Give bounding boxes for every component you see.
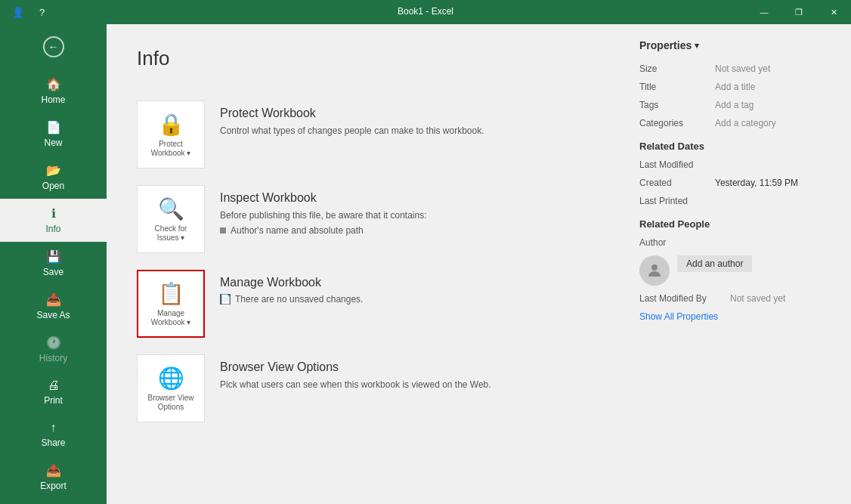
dates-fields: Last Modified Created Yesterday, 11:59 P… bbox=[639, 159, 836, 206]
info-icon: ℹ bbox=[51, 206, 56, 221]
doc-bullet-icon: 📄 bbox=[220, 294, 231, 305]
browser-view-button[interactable]: 🌐 Browser ViewOptions bbox=[137, 354, 205, 422]
title-row: Title Add a title bbox=[639, 82, 836, 92]
sidebar-item-home[interactable]: 🏠 Home bbox=[0, 70, 107, 113]
share-icon: ↑ bbox=[51, 421, 57, 434]
sidebar-item-new[interactable]: 📄 New bbox=[0, 113, 107, 156]
back-circle-icon: ← bbox=[43, 36, 64, 57]
protect-workbook-button[interactable]: 🔒 ProtectWorkbook ▾ bbox=[137, 100, 205, 169]
manage-workbook-card: 📋 ManageWorkbook ▾ Manage Workbook 📄 The… bbox=[137, 262, 594, 345]
export-icon: 📤 bbox=[46, 463, 61, 478]
sidebar: ← 🏠 Home 📄 New 📂 Open ℹ Info 💾 Save 📥 Sa… bbox=[0, 24, 107, 504]
check-issues-button[interactable]: 🔍 Check forIssues ▾ bbox=[137, 185, 205, 253]
show-all-properties-link[interactable]: Show All Properties bbox=[639, 311, 836, 322]
saveas-icon: 📥 bbox=[46, 292, 61, 307]
title-bar-icons: 👤 ? bbox=[6, 4, 51, 21]
sidebar-item-print[interactable]: 🖨 Print bbox=[0, 371, 107, 413]
inspect-workbook-desc: Before publishing this file, be aware th… bbox=[220, 209, 594, 222]
browser-icon: 🌐 bbox=[158, 366, 184, 391]
inspect-workbook-card: 🔍 Check forIssues ▾ Inspect Workbook Bef… bbox=[137, 178, 594, 261]
properties-title: Properties ▾ bbox=[639, 39, 836, 51]
info-section: 🔒 ProtectWorkbook ▾ Protect Workbook Con… bbox=[137, 93, 594, 430]
protect-workbook-title: Protect Workbook bbox=[220, 107, 594, 120]
related-dates-title: Related Dates bbox=[639, 141, 836, 152]
history-icon: 🕐 bbox=[46, 335, 61, 350]
author-row: Author bbox=[639, 237, 836, 248]
sidebar-item-share[interactable]: ↑ Share bbox=[0, 413, 107, 456]
size-row: Size Not saved yet bbox=[639, 63, 836, 74]
maximize-button[interactable]: ❐ bbox=[781, 0, 816, 24]
browser-view-title: Browser View Options bbox=[220, 360, 594, 374]
help-icon[interactable]: ? bbox=[33, 4, 51, 21]
person-icon[interactable]: 👤 bbox=[6, 4, 30, 21]
app-title: Book1 - Excel bbox=[398, 6, 453, 17]
author-avatar bbox=[639, 255, 670, 286]
author-area: Add an author bbox=[639, 255, 836, 286]
manage-icon-label: ManageWorkbook ▾ bbox=[151, 309, 191, 327]
sidebar-item-info[interactable]: ℹ Info bbox=[0, 199, 107, 242]
open-folder-icon: 📂 bbox=[46, 163, 61, 178]
browser-view-desc: Pick what users can see when this workbo… bbox=[220, 379, 594, 391]
save-icon: 💾 bbox=[46, 249, 61, 264]
add-author-button[interactable]: Add an author bbox=[677, 255, 752, 272]
browser-icon-label: Browser ViewOptions bbox=[148, 394, 194, 412]
last-modified-by-row: Last Modified By Not saved yet bbox=[639, 293, 836, 304]
sidebar-item-open[interactable]: 📂 Open bbox=[0, 156, 107, 199]
check-issues-label: Check forIssues ▾ bbox=[155, 224, 187, 243]
browser-view-card: 🌐 Browser ViewOptions Browser View Optio… bbox=[137, 347, 594, 430]
last-printed-row: Last Printed bbox=[639, 196, 836, 206]
author-info: Add an author bbox=[677, 255, 836, 286]
close-button[interactable]: ✕ bbox=[816, 0, 851, 24]
inspect-workbook-text: Inspect Workbook Before publishing this … bbox=[220, 185, 594, 236]
protect-workbook-desc: Control what types of changes people can… bbox=[220, 125, 594, 138]
sidebar-item-export[interactable]: 📤 Export bbox=[0, 456, 107, 499]
manage-workbook-text: Manage Workbook 📄 There are no unsaved c… bbox=[220, 270, 594, 305]
categories-row: Categories Add a category bbox=[639, 118, 836, 128]
page-title: Info bbox=[137, 47, 594, 70]
protect-workbook-text: Protect Workbook Control what types of c… bbox=[220, 100, 594, 138]
protect-workbook-card: 🔒 ProtectWorkbook ▾ Protect Workbook Con… bbox=[137, 93, 594, 176]
manage-workbook-button[interactable]: 📋 ManageWorkbook ▾ bbox=[137, 270, 205, 338]
inspect-workbook-title: Inspect Workbook bbox=[220, 191, 594, 205]
new-doc-icon: 📄 bbox=[46, 120, 61, 135]
print-icon: 🖨 bbox=[48, 379, 60, 392]
home-icon: 🏠 bbox=[46, 77, 61, 91]
title-bar: 👤 ? Book1 - Excel — ❐ ✕ bbox=[0, 0, 851, 24]
properties-panel: Properties ▾ Size Not saved yet Title Ad… bbox=[624, 24, 851, 504]
sidebar-item-history: 🕐 History bbox=[0, 328, 107, 371]
related-people-title: Related People bbox=[639, 218, 836, 230]
properties-fields: Size Not saved yet Title Add a title Tag… bbox=[639, 63, 836, 128]
window-controls: — ❐ ✕ bbox=[747, 0, 851, 24]
protect-icon-label: ProtectWorkbook ▾ bbox=[151, 140, 191, 158]
app-body: ← 🏠 Home 📄 New 📂 Open ℹ Info 💾 Save 📥 Sa… bbox=[0, 24, 851, 504]
sidebar-item-save[interactable]: 💾 Save bbox=[0, 242, 107, 285]
manage-workbook-sub: 📄 There are no unsaved changes. bbox=[220, 294, 594, 305]
sidebar-item-saveas[interactable]: 📥 Save As bbox=[0, 285, 107, 328]
last-modified-row: Last Modified bbox=[639, 159, 836, 170]
main-content: Info 🔒 ProtectWorkbook ▾ Protect Workboo… bbox=[107, 24, 624, 504]
lock-icon: 🔒 bbox=[158, 112, 184, 137]
inspect-icon: 🔍 bbox=[158, 196, 184, 221]
back-button[interactable]: ← bbox=[0, 24, 107, 70]
manage-icon: 📋 bbox=[158, 281, 184, 306]
browser-view-text: Browser View Options Pick what users can… bbox=[220, 354, 594, 391]
bullet-icon bbox=[220, 227, 226, 233]
svg-point-0 bbox=[651, 264, 658, 271]
minimize-button[interactable]: — bbox=[747, 0, 781, 24]
sidebar-item-publish[interactable]: 🌐 Publish bbox=[0, 499, 107, 504]
manage-workbook-title: Manage Workbook bbox=[220, 276, 594, 289]
inspect-workbook-sub: Author's name and absolute path bbox=[220, 225, 594, 236]
created-row: Created Yesterday, 11:59 PM bbox=[639, 178, 836, 188]
tags-row: Tags Add a tag bbox=[639, 100, 836, 110]
